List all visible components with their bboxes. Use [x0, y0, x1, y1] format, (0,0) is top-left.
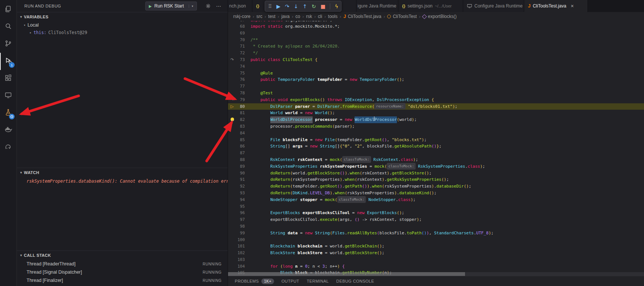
gear-icon[interactable]	[206, 3, 211, 9]
hot-code-replace-button[interactable]: ϟ	[335, 4, 338, 9]
panel-tab-problems[interactable]: PROBLEMS1K+	[235, 279, 274, 284]
breadcrumb-item-rskj-core[interactable]: rskj-core	[233, 14, 250, 19]
gutter[interactable]: 92	[228, 183, 250, 190]
code-token: )	[452, 103, 455, 110]
scope-local[interactable]: ▾ Local	[17, 21, 228, 29]
gutter[interactable]: 90	[228, 170, 250, 177]
step-into-button[interactable]: ↓	[294, 4, 298, 9]
launch-config-dropdown[interactable]: ▶ Run RSK Start ▾	[145, 1, 197, 10]
call-stack-thread[interactable]: Thread [Reference Handler]RUNNING	[17, 285, 228, 286]
sidebar-item-remote-explorer[interactable]	[0, 87, 16, 104]
watch-expression[interactable]: rskSystemProperties.databaseKind(): Cann…	[17, 177, 228, 185]
sidebar-item-explorer[interactable]	[0, 1, 16, 18]
gutter[interactable]: ▷80	[228, 103, 250, 110]
step-over-button[interactable]: ↷	[285, 4, 289, 9]
variable-this[interactable]: ▸ this: CliToolsTest@29	[17, 29, 228, 36]
continue-button[interactable]: ▶	[276, 4, 280, 9]
gutter[interactable]: 77	[228, 83, 250, 90]
code-token: )	[350, 123, 352, 130]
close-icon[interactable]: ×	[571, 3, 574, 9]
gutter[interactable]: 69	[228, 30, 250, 37]
gutter[interactable]: 74	[228, 63, 250, 70]
breadcrumb-item-exportBlocks-[interactable]: exportBlocks()	[423, 14, 457, 19]
editor-tab-igure-Java-Runtime[interactable]: igure Java Runtime	[356, 0, 398, 12]
gutter[interactable]: 86	[228, 143, 250, 150]
gutter[interactable]: ↷79	[228, 97, 250, 103]
sidebar-item-run-and-debug[interactable]: 1	[0, 53, 16, 70]
gutter[interactable]: 70	[228, 37, 250, 43]
code-token: )	[367, 183, 370, 190]
code-token: .	[370, 183, 372, 190]
gutter[interactable]: 100	[228, 237, 250, 243]
gutter[interactable]: 97	[228, 216, 250, 223]
call-stack-thread[interactable]: Thread [ReaderThread]RUNNING	[17, 260, 228, 268]
gutter[interactable]: 98	[228, 223, 250, 230]
gutter[interactable]: 75	[228, 70, 250, 77]
gutter[interactable]: 82	[228, 116, 250, 123]
panel-tab-terminal[interactable]: TERMINAL	[307, 279, 329, 283]
gutter[interactable]: 101	[228, 243, 250, 250]
gutter[interactable]: 71	[228, 43, 250, 50]
gutter[interactable]: 87	[228, 150, 250, 156]
breadcrumb-item-java[interactable]: java	[281, 14, 289, 19]
code-token: World	[315, 110, 327, 116]
editor-tab-CliToolsTest.java[interactable]: JCliToolsTest.java×	[524, 0, 588, 12]
gutter[interactable]: 103	[228, 256, 250, 263]
gutter[interactable]: 95	[228, 203, 250, 210]
gutter[interactable]: 99	[228, 230, 250, 237]
sidebar-item-testing[interactable]	[0, 104, 16, 122]
sidebar-item-docker[interactable]	[0, 122, 16, 139]
gutter[interactable]: 68	[228, 23, 250, 30]
code-token: getBlockStore	[307, 170, 340, 177]
gutter[interactable]: 76	[228, 76, 250, 83]
call-stack-thread[interactable]: Thread [Finalizer]RUNNING	[17, 276, 228, 285]
breadcrumb-separator: ›	[303, 14, 304, 19]
drag-handle-button[interactable]: ⠿	[268, 4, 272, 9]
gutter[interactable]: 102	[228, 250, 250, 256]
gutter[interactable]: 78	[228, 90, 250, 97]
gutter[interactable]: 85	[228, 137, 250, 143]
editor-tab-settings.json[interactable]: {}settings.json~/.../User	[398, 0, 463, 12]
scrollbar-thumb[interactable]	[228, 272, 465, 276]
watch-header[interactable]: ▾ WATCH	[17, 168, 228, 177]
breadcrumb-item-tools[interactable]: tools	[328, 14, 337, 19]
gutter[interactable]: 83	[228, 123, 250, 130]
gutter[interactable]: 104	[228, 263, 250, 270]
sidebar-item-search[interactable]	[0, 18, 16, 36]
sidebar-item-extensions[interactable]	[0, 70, 16, 87]
call-stack-thread[interactable]: Thread [Signal Dispatcher]RUNNING	[17, 268, 228, 276]
editor-tab-nch.json[interactable]: nch.json	[228, 0, 252, 12]
lightbulb-icon[interactable]	[231, 118, 234, 121]
editor-tab-Configure-Java-Runtime[interactable]: Configure Java Runtime	[463, 0, 524, 12]
gutter[interactable]: 93	[228, 190, 250, 197]
variables-header[interactable]: ▾ VARIABLES	[17, 12, 228, 21]
gutter[interactable]: ↷73	[228, 57, 250, 63]
breadcrumb-item-CliToolsTest[interactable]: CliToolsTest	[387, 14, 417, 19]
step-out-button[interactable]: ↑	[303, 4, 307, 9]
gutter[interactable]: 81	[228, 110, 250, 116]
panel-tab-debug-console[interactable]: DEBUG CONSOLE	[336, 279, 374, 283]
code-editor[interactable]: 67import static org.junit.Assert.*;68imp…	[228, 21, 644, 276]
gutter[interactable]: 72	[228, 50, 250, 57]
sidebar-item-source-control[interactable]	[0, 36, 16, 53]
breadcrumb-item-co[interactable]: co	[295, 14, 300, 19]
breadcrumb-item-test[interactable]: test	[268, 14, 275, 19]
sidebar-item-gradle[interactable]	[0, 139, 16, 156]
restart-button[interactable]: ↻	[312, 4, 316, 9]
stop-button[interactable]: ■	[321, 4, 325, 9]
breadcrumb-item-CliToolsTest-java[interactable]: JCliToolsTest.java	[343, 14, 381, 19]
gutter[interactable]: 91	[228, 176, 250, 183]
gutter[interactable]: 88	[228, 156, 250, 163]
line-number: 86	[236, 143, 250, 150]
breadcrumb-item-cli[interactable]: cli	[318, 14, 322, 19]
breadcrumb-item-src[interactable]: src	[256, 14, 262, 19]
breadcrumb-item-rsk[interactable]: rsk	[306, 14, 312, 19]
more-actions-icon[interactable]: ⋯	[216, 3, 221, 9]
gutter[interactable]: 84	[228, 130, 250, 137]
call-stack-header[interactable]: ▾ CALL STACK	[17, 251, 228, 260]
code-token: )	[417, 216, 419, 223]
panel-tab-output[interactable]: OUTPUT	[282, 279, 300, 283]
gutter[interactable]: 94	[228, 197, 250, 203]
gutter[interactable]: 89	[228, 163, 250, 170]
gutter[interactable]: 96	[228, 210, 250, 216]
